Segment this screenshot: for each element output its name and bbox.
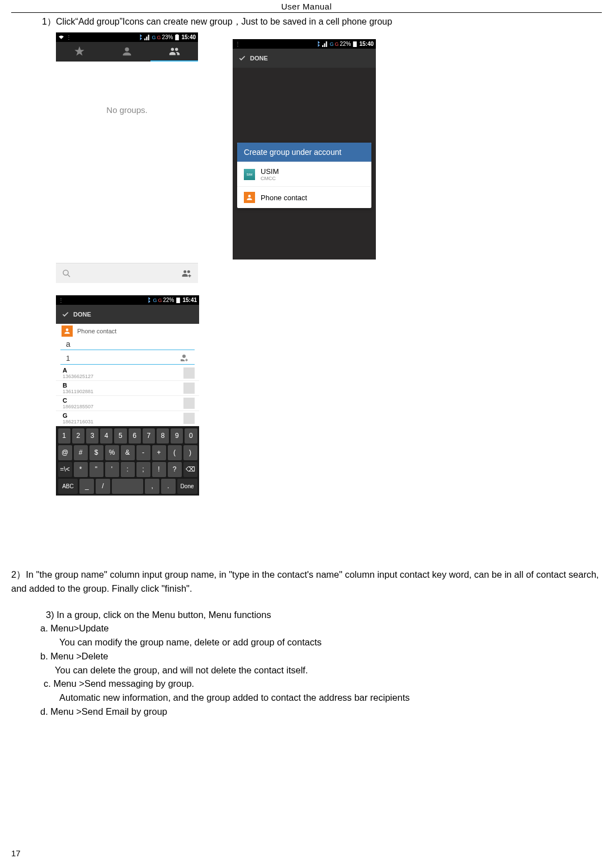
avatar (183, 413, 195, 424)
keyboard-key[interactable]: & (121, 445, 135, 460)
menu-item-d: d. Menu >Send Email by group (40, 705, 602, 719)
contact-icon (244, 192, 255, 203)
tab-favorites[interactable] (56, 42, 103, 62)
sim-icon: SIM (244, 169, 255, 180)
menu-item-c: c. Menu >Send messaging by group. (44, 677, 602, 691)
keyboard-key[interactable]: . (161, 479, 176, 494)
signal-icon (144, 34, 150, 40)
create-group-dialog: Create group under account SIM USIM CMCC (237, 143, 371, 208)
keyboard-key[interactable]: ! (152, 462, 166, 477)
group-name-input[interactable]: a (60, 338, 195, 350)
no-groups-text: No groups. (56, 62, 198, 115)
keyboard-key[interactable]: ⌫ (183, 462, 197, 477)
add-group-icon[interactable] (181, 268, 192, 279)
keyboard-key[interactable]: ) (183, 445, 197, 460)
keyboard-key[interactable]: ABC (58, 479, 78, 494)
keyboard-key[interactable]: ; (136, 462, 150, 477)
svg-rect-4 (353, 41, 357, 47)
keyboard-key[interactable] (112, 479, 143, 494)
bluetooth-icon (145, 297, 152, 303)
clock-text: 15:40 (181, 34, 196, 40)
keyboard-key[interactable]: 3 (86, 428, 98, 444)
bluetooth-icon (137, 34, 143, 40)
battery-text: 23% (162, 34, 173, 40)
keyboard-key[interactable]: 1 (58, 428, 70, 444)
wifi-icon (58, 34, 64, 40)
groups-body: No groups. (56, 62, 198, 263)
keyboard-key[interactable]: / (96, 479, 110, 494)
keyboard-key[interactable]: * (74, 462, 88, 477)
keyboard-key[interactable]: : (121, 462, 135, 477)
keyboard-key[interactable]: % (105, 445, 119, 460)
status-bar: ⋮ G G 22% 15:40 (233, 39, 376, 49)
bottom-bar (56, 263, 198, 283)
battery-text: 22% (163, 297, 174, 303)
keyboard-key[interactable]: + (152, 445, 166, 460)
check-icon (62, 310, 69, 318)
menu-item-a: a. Menu>Update (40, 621, 602, 635)
avatar (183, 383, 195, 394)
status-bar: ⋮ G G 23% 15:40 (56, 32, 198, 42)
battery-icon (174, 34, 180, 40)
keyboard-key[interactable]: 5 (114, 428, 126, 444)
search-icon[interactable] (62, 268, 72, 279)
tab-groups[interactable] (150, 42, 198, 62)
add-contact-icon[interactable] (179, 353, 189, 363)
keyboard-key[interactable]: " (89, 462, 103, 477)
battery-icon (175, 297, 181, 303)
battery-icon (352, 41, 358, 47)
list-item[interactable]: B13611902881 (56, 381, 199, 396)
keyboard-key[interactable]: ? (168, 462, 182, 477)
done-bar[interactable]: DONE (56, 305, 199, 324)
keyboard-key[interactable]: , (145, 479, 159, 494)
clock-text: 15:40 (359, 41, 374, 47)
avatar (183, 398, 195, 409)
option-usim[interactable]: SIM USIM CMCC (237, 162, 371, 186)
contact-icon (62, 326, 73, 337)
svg-rect-1 (177, 34, 178, 35)
keyboard-key[interactable]: - (136, 445, 150, 460)
done-bar[interactable]: DONE (233, 49, 376, 68)
keyboard-key[interactable]: 8 (157, 428, 169, 444)
list-item[interactable]: A13636625127 (56, 366, 199, 381)
step3-title: 3) In a group, click on the Menu button,… (46, 608, 602, 622)
keyboard-key[interactable]: Done (177, 479, 197, 494)
svg-rect-5 (177, 298, 181, 303)
keyboard-key[interactable]: $ (89, 445, 103, 460)
clock-text: 15:41 (182, 297, 197, 303)
keyboard-key[interactable]: # (74, 445, 88, 460)
keyboard-key[interactable]: 9 (171, 428, 183, 444)
keyboard-key[interactable]: =\< (58, 462, 72, 477)
list-item[interactable]: G18621716031 (56, 411, 199, 426)
contact-search-input[interactable]: 1 (60, 352, 195, 365)
keyboard-key[interactable]: 7 (143, 428, 155, 444)
keyboard[interactable]: 1234567890 @#$%&-+() =\<*"':;!?⌫ ABC_/,.… (56, 426, 199, 496)
menu-item-c-desc: Automatic new information, and the group… (59, 691, 602, 705)
avatar (183, 367, 195, 379)
menu-item-b: b. Menu >Delete (40, 649, 602, 663)
signal-icon (322, 41, 328, 47)
option-phone-contact[interactable]: Phone contact (237, 186, 371, 208)
tab-contacts[interactable] (103, 42, 151, 62)
screenshot-groups-empty: ⋮ G G 23% 15:40 (56, 32, 198, 283)
menu-item-b-desc: You can delete the group, and will not d… (55, 663, 602, 677)
contact-list: A13636625127 B13611902881 C18692185507 G… (56, 366, 199, 426)
menu-item-a-desc: You can modify the group name, delete or… (59, 635, 602, 649)
phone-contact-label: Phone contact (77, 328, 116, 334)
svg-point-2 (63, 270, 68, 275)
svg-rect-0 (176, 35, 180, 40)
list-item[interactable]: C18692185507 (56, 396, 199, 411)
keyboard-key[interactable]: 4 (100, 428, 112, 444)
keyboard-key[interactable]: 6 (129, 428, 141, 444)
keyboard-key[interactable]: 2 (72, 428, 84, 444)
keyboard-key[interactable]: _ (79, 479, 94, 494)
battery-text: 22% (339, 41, 351, 47)
screenshot-create-group-dialog: ⋮ G G 22% 15:40 DONE (233, 39, 376, 260)
tab-bar (56, 42, 198, 62)
keyboard-key[interactable]: ' (105, 462, 119, 477)
keyboard-key[interactable]: ( (168, 445, 182, 460)
keyboard-key[interactable]: 0 (185, 428, 197, 444)
check-icon (238, 54, 246, 62)
bluetooth-icon (315, 41, 321, 47)
keyboard-key[interactable]: @ (58, 445, 72, 460)
